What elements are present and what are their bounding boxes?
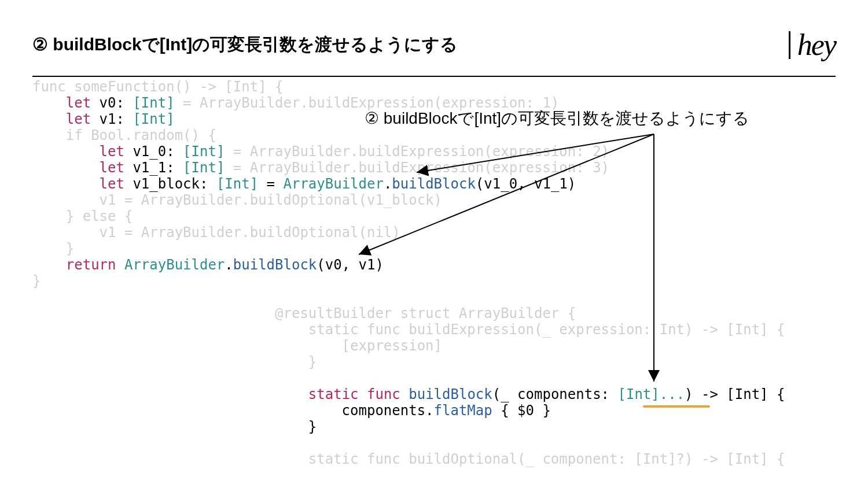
header: ② buildBlockで[Int]の可変長引数を渡せるようにする hey: [32, 28, 836, 77]
logo-text: hey: [797, 28, 836, 62]
code-line: } else {: [32, 208, 133, 224]
code-line: func someFunction() -> [Int] {: [32, 79, 283, 95]
code-line: }: [32, 273, 41, 289]
kw-func: func: [367, 386, 400, 402]
type-variadic: [Int]...: [617, 386, 685, 402]
kw-let: let: [32, 143, 124, 160]
kw-let: let: [32, 160, 124, 176]
type: [Int]: [133, 95, 174, 111]
code-dim: = ArrayBuilder.buildExpression(expressio…: [225, 160, 609, 176]
args: (v0, v1): [317, 257, 384, 273]
kw-let: let: [32, 176, 124, 192]
type: [Int]: [183, 160, 225, 176]
code-line: if Bool.random() {: [32, 127, 216, 143]
method: buildBlock: [233, 257, 317, 273]
kw-let: let: [32, 95, 91, 111]
logo-divider: [789, 31, 790, 59]
logo: hey: [789, 28, 836, 62]
var: v1_1:: [124, 160, 183, 176]
kw-static: static: [308, 386, 359, 402]
code-dim: = ArrayBuilder.buildExpression(expressio…: [175, 95, 560, 111]
code-line: static func buildExpression(_ expression…: [32, 321, 785, 338]
type: ArrayBuilder: [124, 257, 225, 273]
method: buildBlock: [409, 386, 492, 402]
var: v1:: [91, 111, 133, 127]
kw-let: let: [32, 111, 91, 127]
code-line: v1 = ArrayBuilder.buildOptional(v1_block…: [32, 192, 442, 208]
code-line: }: [32, 354, 317, 370]
code-block: func someFunction() -> [Int] { let v0: […: [32, 79, 856, 467]
eq: =: [258, 176, 283, 192]
page-title: ② buildBlockで[Int]の可変長引数を渡せるようにする: [32, 33, 458, 57]
type: [Int]: [216, 176, 258, 192]
args: (v1_0, v1_1): [476, 176, 576, 192]
type: [Int]: [133, 111, 174, 127]
var: v0:: [91, 95, 133, 111]
method: flatMap: [434, 402, 492, 419]
highlight-underline: [643, 405, 710, 408]
kw-return: return: [32, 257, 116, 273]
var: v1_block:: [124, 176, 216, 192]
code-line: v1 = ArrayBuilder.buildOptional(nil): [32, 224, 400, 241]
code-line: @resultBuilder struct ArrayBuilder {: [32, 305, 576, 321]
code-line: }: [32, 241, 74, 257]
code-line: static func buildOptional(_ component: […: [32, 451, 785, 467]
dot: .: [384, 176, 392, 192]
var: v1_0:: [124, 143, 183, 160]
code-dim: = ArrayBuilder.buildExpression(expressio…: [225, 143, 609, 160]
method: buildBlock: [392, 176, 476, 192]
code-line: [expression]: [32, 338, 442, 354]
type: [Int]: [183, 143, 225, 160]
type: ArrayBuilder: [284, 176, 384, 192]
